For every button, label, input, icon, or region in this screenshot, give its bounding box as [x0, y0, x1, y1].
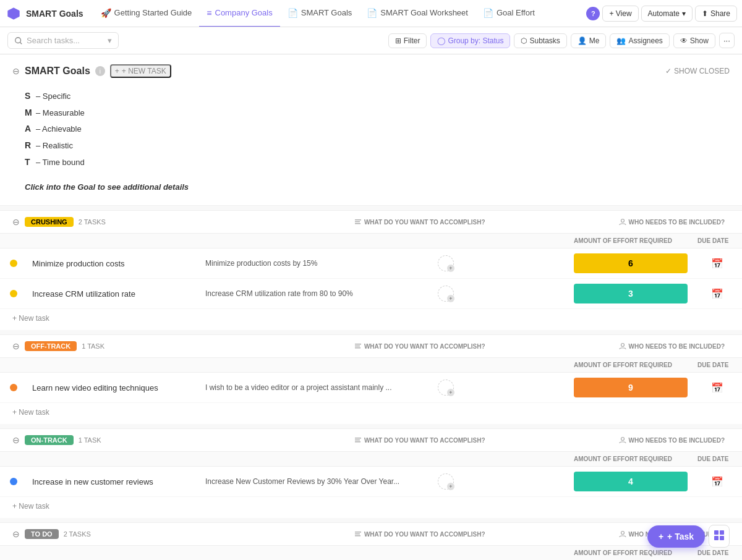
due-date-cell[interactable]: 📅	[693, 288, 742, 300]
svg-rect-8	[355, 346, 360, 347]
add-assignee[interactable]: +	[447, 389, 454, 396]
letter-t: T	[25, 154, 33, 171]
click-hint: Click into the Goal to see additional de…	[25, 180, 717, 195]
me-button[interactable]: 👤 Me	[571, 33, 607, 48]
col-effort-header3: AMOUNT OF EFFORT REQUIRED	[569, 456, 693, 462]
tab-smart-goal-worksheet[interactable]: 📄 SMART Goal Worksheet	[359, 0, 475, 27]
smart-item-r: R – Realistic	[25, 137, 717, 154]
show-closed-button[interactable]: ✓ SHOW CLOSED	[665, 67, 730, 75]
badge-to-do: TO DO	[25, 529, 59, 539]
table-row[interactable]: Minimize production costs Minimize produ…	[0, 248, 742, 279]
collapse-to-do[interactable]: ⊖	[12, 529, 20, 539]
task-checkbox[interactable]	[0, 290, 27, 297]
filter-button[interactable]: ⊞ Filter	[388, 33, 427, 48]
task-name: Increase in new customer reviews	[27, 477, 200, 486]
col-effort-header2: AMOUNT OF EFFORT REQUIRED	[569, 362, 693, 368]
info-icon[interactable]: i	[95, 66, 105, 76]
effort-bar: 4	[574, 472, 688, 491]
smart-item-a: A – Achievable	[25, 121, 717, 137]
plus-icon: +	[115, 67, 119, 75]
divider	[0, 206, 742, 211]
add-task-fab[interactable]: + + Task	[647, 525, 705, 548]
group-header-to-do: ⊖ TO DO 2 TASKS WHAT DO YOU WANT TO ACCO…	[0, 523, 742, 546]
top-nav: SMART Goals 🚀 Getting Started Guide ≡ Co…	[0, 0, 742, 27]
smart-header-row: ⊖ SMART Goals i + + NEW TASK ✓ SHOW CLOS…	[12, 64, 730, 78]
due-date-cell[interactable]: 📅	[693, 476, 742, 488]
col-who-2: WHO NEEDS TO BE INCLUDED?	[614, 342, 730, 350]
goal-effort-icon: 📄	[483, 8, 493, 18]
task-checkbox[interactable]	[0, 384, 27, 391]
grid-view-button[interactable]	[709, 525, 730, 548]
show-button[interactable]: 👁 Show	[673, 33, 715, 48]
col-accomplish-1: WHAT DO YOU WANT TO ACCOMPLISH?	[349, 218, 490, 226]
svg-rect-21	[714, 536, 719, 540]
toolbar: Search tasks... ▾ ⊞ Filter ◯ Group by: S…	[0, 27, 742, 54]
svg-point-10	[621, 344, 624, 347]
due-date-cell[interactable]: 📅	[693, 382, 742, 394]
badge-off-track: OFF-TRACK	[25, 341, 77, 351]
app-title: SMART Goals	[26, 9, 83, 19]
search-dropdown-icon: ▾	[108, 36, 112, 45]
task-count-on-track: 1 TASK	[79, 436, 101, 444]
task-count-off-track: 1 TASK	[82, 342, 104, 350]
task-checkbox[interactable]	[0, 478, 27, 485]
check-icon: ✓	[665, 67, 672, 75]
status-dot	[10, 260, 17, 267]
more-button[interactable]: ···	[719, 33, 735, 48]
task-name: Learn new video editing techniques	[27, 383, 200, 392]
table-row[interactable]: Learn new video editing techniques I wis…	[0, 373, 742, 403]
task-accomplish: I wish to be a video editor or a project…	[200, 383, 433, 392]
letter-r: R	[25, 137, 33, 154]
tab-company-goals[interactable]: ≡ Company Goals	[199, 0, 279, 27]
calendar-icon: 📅	[711, 382, 723, 394]
table-row[interactable]: Increase CRM utilization rate Increase C…	[0, 279, 742, 309]
svg-marker-0	[8, 7, 19, 19]
task-count-to-do: 2 TASKS	[64, 530, 91, 538]
subtasks-button[interactable]: ⬡ Subtasks	[514, 33, 566, 48]
collapse-off-track[interactable]: ⊖	[12, 341, 20, 351]
svg-rect-7	[355, 344, 361, 345]
col-accomplish-header	[200, 237, 433, 244]
svg-rect-17	[355, 535, 360, 537]
group-by-button[interactable]: ◯ Group by: Status	[430, 33, 510, 48]
new-task-row[interactable]: + New task	[0, 309, 742, 328]
collapse-on-track[interactable]: ⊖	[12, 435, 20, 445]
tab-smart-goals[interactable]: 📄 SMART Goals	[280, 0, 360, 27]
task-accomplish: Increase CRM utilization rate from 80 to…	[200, 289, 433, 298]
add-assignee[interactable]: +	[447, 483, 454, 490]
new-task-button[interactable]: + + NEW TASK	[110, 64, 171, 78]
task-accomplish: Increase New Customer Reviews by 30% Yea…	[200, 477, 433, 486]
col-accomplish-2: WHAT DO YOU WANT TO ACCOMPLISH?	[349, 342, 490, 350]
automate-button[interactable]: Automate ▾	[641, 6, 693, 22]
filter-icon: ⊞	[395, 36, 401, 45]
table-row[interactable]: Increase in new customer reviews Increas…	[0, 467, 742, 497]
due-date-cell[interactable]: 📅	[693, 258, 742, 269]
fab-plus-icon: +	[659, 532, 663, 541]
show-icon: 👁	[680, 36, 688, 45]
search-box[interactable]: Search tasks... ▾	[7, 32, 119, 49]
task-accomplish: Minimize production costs by 15%	[200, 259, 433, 268]
help-button[interactable]: ?	[586, 7, 600, 20]
status-dot	[10, 384, 17, 391]
tab-goal-effort[interactable]: 📄 Goal Effort	[475, 0, 542, 27]
new-task-row[interactable]: + New task	[0, 403, 742, 422]
task-checkbox[interactable]	[0, 260, 27, 267]
share-button[interactable]: ⬆ Share	[695, 6, 737, 22]
collapse-crushing[interactable]: ⊖	[12, 217, 20, 227]
calendar-icon: 📅	[711, 258, 723, 269]
svg-rect-3	[355, 219, 361, 221]
view-button[interactable]: + View	[602, 6, 638, 22]
svg-rect-5	[355, 223, 360, 224]
svg-point-18	[621, 532, 624, 535]
calendar-icon: 📅	[711, 288, 723, 300]
tab-getting-started[interactable]: 🚀 Getting Started Guide	[93, 0, 200, 27]
smart-header: ⊖ SMART Goals i + + NEW TASK ✓ SHOW CLOS…	[0, 54, 742, 206]
add-assignee[interactable]: +	[447, 265, 454, 272]
accomplish-icon	[354, 218, 362, 226]
svg-rect-16	[355, 533, 360, 535]
assignees-button[interactable]: 👥 Assignees	[610, 33, 669, 48]
collapse-button[interactable]: ⊖	[12, 66, 20, 76]
new-task-row[interactable]: + New task	[0, 497, 742, 515]
col-who-3: WHO NEEDS TO BE INCLUDED?	[614, 436, 730, 444]
add-assignee[interactable]: +	[447, 295, 454, 302]
